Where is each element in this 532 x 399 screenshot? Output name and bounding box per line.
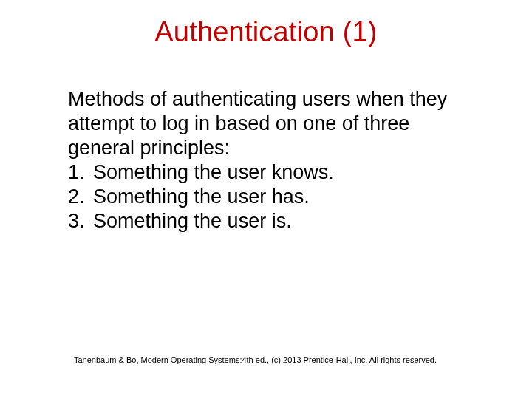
list-number: 3. (68, 209, 93, 233)
list-item: 2. Something the user has. (68, 185, 473, 209)
slide: Authentication (1) Methods of authentica… (0, 0, 532, 399)
slide-title: Authentication (1) (0, 16, 532, 48)
list-item: 1. Something the user knows. (68, 160, 473, 185)
list-item: 3. Something the user is. (68, 209, 473, 233)
list-text: Something the user is. (93, 209, 292, 233)
list-number: 2. (68, 185, 93, 209)
principles-list: 1. Something the user knows. 2. Somethin… (68, 160, 473, 233)
list-number: 1. (68, 160, 93, 185)
list-text: Something the user has. (93, 185, 310, 209)
slide-body: Methods of authenticating users when the… (68, 87, 473, 233)
footer-citation: Tanenbaum & Bo, Modern Operating Systems… (74, 355, 473, 365)
intro-paragraph: Methods of authenticating users when the… (68, 87, 473, 160)
list-text: Something the user knows. (93, 160, 334, 185)
